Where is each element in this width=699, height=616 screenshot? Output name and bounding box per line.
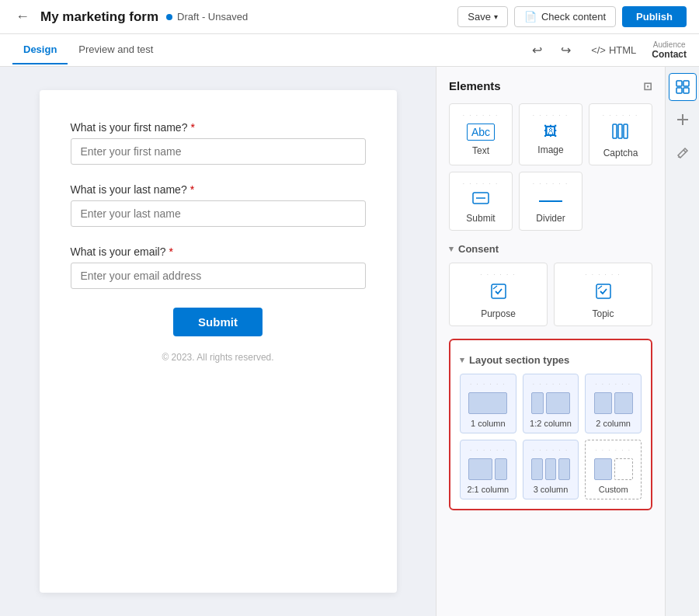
email-input[interactable] <box>71 263 366 289</box>
draft-label: Draft - Unsaved <box>177 11 248 23</box>
tab-preview[interactable]: Preview and test <box>68 36 164 64</box>
strip-elements-button[interactable] <box>669 73 697 101</box>
divider-label: Divider <box>536 213 565 224</box>
copyright-text: © 2023. All rights reserved. <box>71 352 366 363</box>
undo-button[interactable]: ↩ <box>527 40 547 61</box>
elements-grid: · · · · · · Abc Text · · · · · · 🖼 Image… <box>449 103 652 231</box>
layout-2col[interactable]: · · · · · · 2 column <box>585 374 642 433</box>
consent-grid: · · · · · · Purpose · · · · · · <box>449 263 652 326</box>
image-label: Image <box>537 144 563 155</box>
layout-1col[interactable]: · · · · · · 1 column <box>460 374 516 433</box>
consent-section-label: ▾ Consent <box>449 243 652 255</box>
check-icon: 📄 <box>524 11 537 23</box>
check-content-button[interactable]: 📄 Check content <box>514 6 616 27</box>
required-star-3: * <box>169 245 172 258</box>
layout-custom[interactable]: · · · · · · Custom <box>585 440 642 499</box>
code-icon: </> <box>591 44 606 56</box>
submit-button[interactable]: Submit <box>173 308 263 336</box>
svg-rect-11 <box>683 81 689 86</box>
dots: · · · · · · <box>463 180 499 187</box>
lastname-input[interactable] <box>71 200 366 227</box>
layout-1-2col[interactable]: · · · · · · 1:2 column <box>523 374 579 433</box>
purpose-icon <box>490 283 507 304</box>
submit-label: Submit <box>466 213 495 224</box>
edit-icon <box>676 145 690 159</box>
layout-section: ▾ Layout section types · · · · · · 1 col… <box>449 339 652 510</box>
2col-label: 2 column <box>596 419 631 428</box>
layout-3col[interactable]: · · · · · · 3 column <box>523 440 579 499</box>
strip-edit-button[interactable] <box>669 138 697 166</box>
element-topic[interactable]: · · · · · · Topic <box>554 263 652 326</box>
header-left: ← My marketing form Draft - Unsaved <box>12 5 448 28</box>
elements-panel: Elements ⊡ · · · · · · Abc Text · · · · … <box>436 67 665 616</box>
tabs-container: Design Preview and test <box>12 36 164 64</box>
field-label-lastname: What is your last name? * <box>71 183 366 196</box>
panel-icon: ⊡ <box>643 80 652 92</box>
text-label: Text <box>472 145 489 156</box>
element-image[interactable]: · · · · · · 🖼 Image <box>519 103 582 165</box>
svg-line-16 <box>683 150 686 152</box>
sub-header-right: ↩ ↪ </> HTML Audience Contact <box>527 40 687 61</box>
layout-grid: · · · · · · 1 column · · · · · · <box>460 374 642 499</box>
text-icon: Abc <box>467 124 495 141</box>
2col-icon <box>594 392 633 414</box>
element-captcha[interactable]: · · · · · · Captcha <box>589 103 652 165</box>
save-label: Save <box>468 11 491 23</box>
field-label-firstname: What is your first name? * <box>71 121 366 134</box>
strip-add-button[interactable] <box>669 106 697 134</box>
svg-line-9 <box>598 286 602 289</box>
field-group-lastname: What is your last name? * <box>71 183 366 227</box>
dots: · · · · · · <box>603 112 638 119</box>
firstname-input[interactable] <box>71 138 366 165</box>
element-purpose[interactable]: · · · · · · Purpose <box>449 263 548 326</box>
audience-value: Contact <box>652 49 687 60</box>
elements-icon <box>676 80 690 94</box>
image-icon: 🖼 <box>544 124 558 140</box>
add-icon <box>676 113 690 127</box>
dots: · · · · · · <box>585 271 621 278</box>
field-label-email: What is your email? * <box>71 245 366 258</box>
element-divider[interactable]: · · · · · · Divider <box>519 172 582 231</box>
back-button[interactable]: ← <box>12 5 33 28</box>
draft-badge: Draft - Unsaved <box>166 11 248 23</box>
canvas-area: What is your first name? * What is your … <box>0 67 436 616</box>
audience-selector[interactable]: Audience Contact <box>652 40 687 60</box>
header: ← My marketing form Draft - Unsaved Save… <box>0 0 699 34</box>
element-text[interactable]: · · · · · · Abc Text <box>449 103 513 165</box>
field-group-email: What is your email? * <box>71 245 366 289</box>
page-title: My marketing form <box>40 9 158 25</box>
chevron-down-icon: ▾ <box>494 12 498 21</box>
audience-label: Audience <box>653 40 686 49</box>
3col-icon <box>531 458 570 480</box>
dots: · · · · · · <box>533 381 569 388</box>
dots: · · · · · · <box>595 381 631 388</box>
check-content-label: Check content <box>541 11 606 23</box>
svg-rect-6 <box>492 284 506 298</box>
save-button[interactable]: Save ▾ <box>457 6 508 27</box>
icon-strip <box>665 67 699 616</box>
tab-design[interactable]: Design <box>12 36 68 64</box>
field-group-firstname: What is your first name? * <box>71 121 366 165</box>
custom-label: Custom <box>599 485 628 494</box>
dots: · · · · · · <box>533 180 569 187</box>
1col-icon <box>468 392 507 414</box>
redo-button[interactable]: ↪ <box>556 40 576 61</box>
1-2col-label: 1:2 column <box>530 419 572 428</box>
sub-header: Design Preview and test ↩ ↪ </> HTML Aud… <box>0 34 699 67</box>
2-1col-label: 2:1 column <box>467 485 509 494</box>
layout-2-1col[interactable]: · · · · · · 2:1 column <box>460 440 516 499</box>
panel-title: Elements ⊡ <box>449 79 652 92</box>
svg-line-7 <box>493 286 497 289</box>
layout-collapse-icon[interactable]: ▾ <box>460 355 464 365</box>
publish-button[interactable]: Publish <box>622 6 687 27</box>
svg-rect-12 <box>676 88 682 93</box>
html-button[interactable]: </> HTML <box>585 41 642 59</box>
required-star-1: * <box>190 121 194 134</box>
dots: · · · · · · <box>463 112 499 119</box>
svg-rect-8 <box>596 284 610 298</box>
dots: · · · · · · <box>480 271 516 278</box>
form-card: What is your first name? * What is your … <box>40 90 397 593</box>
collapse-icon[interactable]: ▾ <box>449 244 454 254</box>
element-submit[interactable]: · · · · · · Submit <box>449 172 513 231</box>
purpose-label: Purpose <box>481 308 516 319</box>
